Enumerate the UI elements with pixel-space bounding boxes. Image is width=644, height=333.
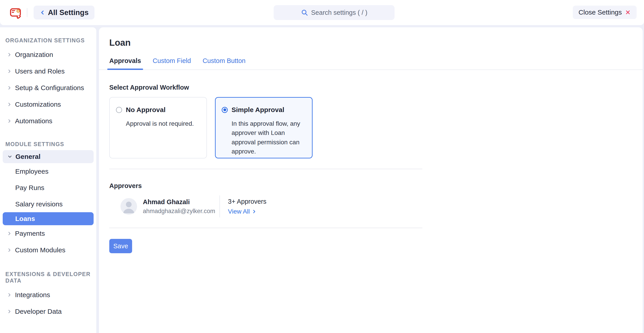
sidebar-item-integrations[interactable]: Integrations [0, 287, 96, 303]
option-description: Approval is not required. [126, 119, 201, 128]
sidebar-item-developer-data[interactable]: Developer Data [0, 303, 96, 320]
search-placeholder: Search settings ( / ) [311, 9, 367, 16]
sidebar-item-label: Users and Roles [15, 68, 65, 75]
sidebar-item-loans[interactable]: Loans [3, 212, 94, 225]
approver-identity: Ahmad Ghazali ahmadghazali@zylker.com [143, 198, 220, 215]
sidebar-item-custom-modules[interactable]: Custom Modules [0, 242, 96, 258]
close-settings-button[interactable]: Close Settings [573, 6, 636, 19]
approvals-tab-content: Select Approval Workflow No Approval App… [99, 84, 643, 253]
sidebar-item-label: Payments [15, 230, 45, 237]
sidebar-item-general[interactable]: General [3, 150, 94, 163]
search-settings-input[interactable]: Search settings ( / ) [274, 5, 394, 20]
all-settings-label: All Settings [48, 8, 89, 17]
chevron-right-icon [7, 292, 12, 297]
approver-count: 3+ Approvers [228, 198, 266, 205]
section-divider [109, 228, 422, 228]
approvers-heading: Approvers [109, 182, 632, 190]
top-bar: All Settings Search settings ( / ) Close… [0, 0, 644, 25]
radio-selected-icon[interactable] [222, 107, 228, 113]
sidebar-item-label: Pay Runs [15, 184, 44, 192]
tab-custom-button[interactable]: Custom Button [203, 57, 246, 70]
save-button[interactable]: Save [109, 239, 132, 253]
approver-count-block: 3+ Approvers View All [228, 198, 266, 215]
chevron-right-icon [7, 52, 12, 57]
sidebar-item-setup-configurations[interactable]: Setup & Configurations [0, 80, 96, 96]
sidebar-item-label: Loans [15, 215, 35, 222]
select-approval-workflow-heading: Select Approval Workflow [109, 84, 632, 91]
approval-workflow-options: No Approval Approval is not required. Si… [109, 97, 632, 158]
search-icon [301, 9, 308, 16]
sidebar-item-pay-runs[interactable]: Pay Runs [0, 179, 96, 196]
approver-email: ahmadghazali@zylker.com [143, 208, 220, 215]
sidebar-item-label: General [16, 153, 40, 160]
tab-custom-field[interactable]: Custom Field [153, 57, 191, 70]
payroll-app-logo-icon [9, 6, 22, 19]
section-organization-settings: ORGANIZATION SETTINGS [5, 37, 96, 44]
vertical-divider [220, 195, 220, 217]
sidebar-item-label: Integrations [15, 291, 50, 299]
approver-row: Ahmad Ghazali ahmadghazali@zylker.com 3+… [120, 195, 632, 217]
view-all-label: View All [228, 208, 250, 215]
option-description: In this approval flow, any approver with… [232, 119, 307, 156]
chevron-left-icon [40, 10, 46, 16]
loan-tabs: Approvals Custom Field Custom Button [99, 57, 643, 70]
avatar [120, 198, 137, 215]
approver-name: Ahmad Ghazali [143, 198, 220, 206]
header-divider [27, 8, 27, 17]
all-settings-back-button[interactable]: All Settings [34, 6, 94, 20]
sidebar-item-label: Employees [15, 168, 48, 175]
chevron-right-icon [7, 247, 12, 253]
sidebar-item-label: Organization [15, 51, 53, 59]
close-settings-label: Close Settings [578, 9, 622, 16]
radio-unselected-icon[interactable] [116, 107, 122, 113]
sidebar-item-label: Developer Data [15, 308, 62, 315]
chevron-right-icon [7, 102, 12, 107]
chevron-right-icon [7, 231, 12, 236]
chevron-right-icon [7, 309, 12, 314]
sidebar-item-organization[interactable]: Organization [0, 46, 96, 63]
sidebar-item-automations[interactable]: Automations [0, 113, 96, 129]
section-divider [109, 169, 422, 169]
chevron-right-icon [252, 209, 256, 214]
option-title: Simple Approval [232, 106, 284, 114]
person-icon [120, 198, 137, 215]
sidebar-item-label: Salary revisions [15, 200, 63, 208]
chevron-right-icon [7, 85, 12, 91]
close-icon [625, 10, 631, 15]
sidebar-item-customizations[interactable]: Customizations [0, 96, 96, 113]
chevron-right-icon [7, 118, 12, 124]
sidebar-item-payments[interactable]: Payments [0, 225, 96, 242]
sidebar-item-users-and-roles[interactable]: Users and Roles [0, 63, 96, 80]
settings-sidebar: ORGANIZATION SETTINGS Organization Users… [0, 27, 96, 333]
view-all-link[interactable]: View All [228, 208, 266, 215]
sidebar-item-label: Custom Modules [15, 246, 66, 254]
option-card-simple-approval[interactable]: Simple Approval In this approval flow, a… [215, 97, 312, 158]
sidebar-item-employees[interactable]: Employees [0, 163, 96, 179]
chevron-right-icon [7, 69, 12, 74]
sidebar-item-salary-revisions[interactable]: Salary revisions [0, 196, 96, 212]
section-module-settings: MODULE SETTINGS [5, 141, 96, 147]
page-title: Loan [109, 38, 643, 48]
sidebar-item-label: Setup & Configurations [15, 84, 84, 92]
loan-settings-panel: Loan Approvals Custom Field Custom Butto… [99, 27, 643, 333]
sidebar-item-label: Customizations [15, 101, 61, 108]
section-extensions-developer-data: EXTENSIONS & DEVELOPER DATA [5, 271, 96, 284]
sidebar-item-label: Automations [15, 117, 52, 125]
tab-approvals[interactable]: Approvals [109, 57, 141, 70]
option-title: No Approval [126, 106, 166, 114]
chevron-down-icon [7, 154, 12, 159]
option-card-no-approval[interactable]: No Approval Approval is not required. [109, 97, 207, 158]
